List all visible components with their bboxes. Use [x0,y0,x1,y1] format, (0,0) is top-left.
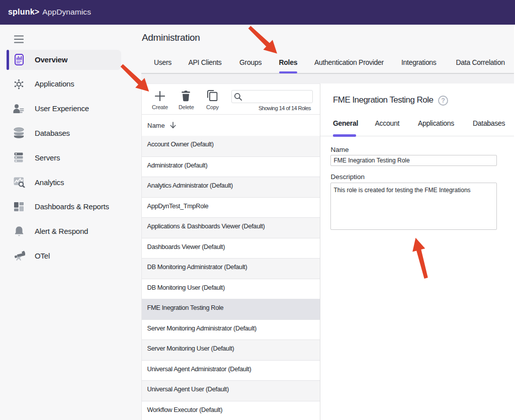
svg-text:?: ? [441,97,445,104]
